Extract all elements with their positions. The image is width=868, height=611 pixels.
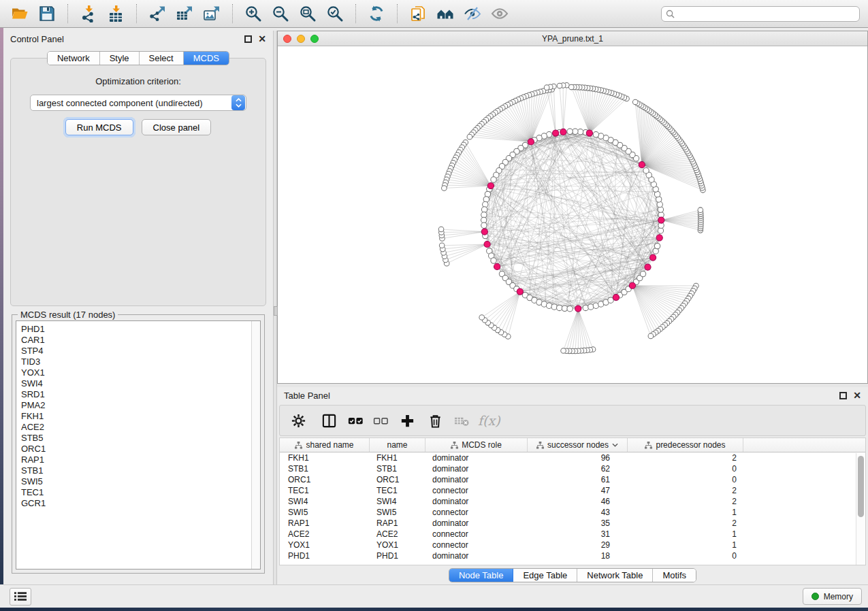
mcds-node[interactable] — [487, 182, 494, 188]
mcds-result-item[interactable]: GCR1 — [21, 498, 251, 509]
column-header-MCDS-role[interactable]: MCDS role — [425, 438, 528, 452]
mcds-node[interactable] — [629, 282, 635, 288]
new-network-from-selection-button[interactable] — [406, 3, 430, 24]
mcds-result-item[interactable]: STP4 — [21, 346, 251, 357]
memory-button[interactable]: Memory — [803, 588, 862, 605]
export-network-button[interactable] — [146, 3, 169, 24]
table-row[interactable]: ACE2ACE2connector311 — [280, 529, 865, 540]
network-node[interactable] — [567, 306, 573, 312]
mcds-node[interactable] — [575, 306, 581, 312]
mcds-node[interactable] — [494, 263, 500, 269]
show-all-button[interactable] — [488, 3, 511, 24]
float-table-panel-button[interactable] — [839, 392, 847, 399]
tab-edge-table[interactable]: Edge Table — [513, 569, 577, 582]
column-header-successor-nodes[interactable]: successor nodes — [528, 438, 628, 452]
table-row[interactable]: ORC1ORC1dominator610 — [280, 474, 865, 485]
mcds-result-item[interactable]: RAP1 — [21, 455, 251, 465]
close-panel-button[interactable]: ✕ — [258, 35, 266, 43]
network-node[interactable] — [491, 258, 496, 263]
network-node[interactable] — [483, 197, 489, 202]
refresh-layout-button[interactable] — [365, 3, 388, 24]
mcds-node[interactable] — [560, 129, 566, 135]
optimization-criterion-select[interactable]: largest connected component (undirected) — [30, 95, 246, 111]
table-row[interactable]: SWI4SWI4dominator462 — [280, 496, 865, 507]
network-node[interactable] — [648, 333, 654, 339]
vertical-splitter[interactable] — [273, 31, 277, 584]
tab-select[interactable]: Select — [140, 52, 184, 65]
zoom-selected-button[interactable] — [323, 3, 347, 24]
tab-network[interactable]: Network — [48, 52, 100, 65]
mcds-node[interactable] — [517, 288, 523, 295]
mcds-node[interactable] — [649, 254, 656, 261]
first-neighbors-button[interactable] — [434, 3, 457, 24]
close-panel-action-button[interactable]: Close panel — [142, 119, 212, 135]
network-node[interactable] — [491, 177, 496, 182]
zoom-fit-button[interactable] — [296, 3, 319, 24]
table-row[interactable]: STB1STB1dominator620 — [280, 463, 865, 474]
column-header-shared-name[interactable]: shared name — [280, 438, 370, 452]
search-box[interactable] — [661, 6, 860, 22]
mcds-node[interactable] — [484, 241, 490, 247]
search-input[interactable] — [675, 9, 855, 18]
tab-motifs[interactable]: Motifs — [653, 569, 696, 582]
mcds-result-item[interactable]: TID3 — [21, 357, 251, 367]
float-panel-button[interactable] — [244, 35, 252, 43]
hide-selected-button[interactable] — [461, 3, 484, 24]
mcds-result-item[interactable]: YOX1 — [21, 367, 251, 378]
network-canvas[interactable] — [278, 46, 867, 383]
mcds-node[interactable] — [613, 294, 619, 300]
network-node[interactable] — [467, 134, 472, 139]
tab-style[interactable]: Style — [100, 52, 140, 65]
network-node[interactable] — [557, 305, 562, 310]
table-row[interactable]: RAP1RAP1dominator352 — [280, 518, 865, 529]
tab-mcds[interactable]: MCDS — [184, 52, 229, 65]
network-node[interactable] — [643, 168, 649, 174]
table-row[interactable]: PHD1PHD1dominator180 — [280, 550, 865, 561]
network-node[interactable] — [481, 222, 487, 228]
zoom-out-button[interactable] — [269, 3, 292, 24]
mcds-node[interactable] — [586, 130, 592, 136]
function-builder-button[interactable]: f(x) — [478, 410, 500, 431]
network-node[interactable] — [438, 227, 444, 232]
network-node[interactable] — [481, 207, 487, 212]
task-history-button[interactable] — [10, 588, 31, 606]
mcds-node[interactable] — [645, 264, 651, 270]
network-node[interactable] — [657, 201, 662, 207]
import-table-button[interactable] — [104, 3, 127, 24]
zoom-in-button[interactable] — [242, 3, 265, 24]
network-node[interactable] — [561, 348, 566, 354]
network-node[interactable] — [593, 132, 598, 137]
mcds-node[interactable] — [639, 162, 645, 168]
network-node[interactable] — [479, 315, 485, 320]
mcds-node[interactable] — [528, 139, 534, 145]
mcds-result-item[interactable]: PHD1 — [21, 324, 251, 335]
close-table-panel-button[interactable]: ✕ — [853, 392, 861, 399]
mcds-node[interactable] — [656, 235, 662, 241]
open-session-button[interactable] — [8, 3, 31, 24]
export-image-button[interactable] — [200, 3, 223, 24]
network-node[interactable] — [557, 83, 562, 88]
table-row[interactable]: TEC1TEC1connector472 — [280, 485, 865, 496]
deselect-all-button[interactable] — [373, 410, 389, 431]
network-node[interactable] — [588, 304, 594, 310]
mcds-list-scrollbar[interactable] — [251, 321, 260, 569]
network-node[interactable] — [442, 186, 447, 191]
mcds-node[interactable] — [481, 229, 487, 235]
network-node[interactable] — [568, 84, 574, 90]
network-node[interactable] — [439, 243, 445, 248]
save-session-button[interactable] — [35, 3, 59, 24]
mcds-result-item[interactable]: ACE2 — [21, 422, 251, 433]
mcds-result-item[interactable]: SWI4 — [21, 378, 251, 389]
network-node[interactable] — [632, 99, 638, 105]
tab-network-table[interactable]: Network Table — [577, 569, 653, 582]
mcds-result-item[interactable]: TEC1 — [21, 487, 251, 498]
mcds-node[interactable] — [553, 130, 559, 136]
delete-column-button[interactable] — [428, 410, 443, 431]
table-row[interactable]: FKH1FKH1dominator962 — [280, 452, 865, 463]
network-node[interactable] — [573, 129, 578, 134]
network-node[interactable] — [658, 228, 663, 233]
select-all-button[interactable] — [348, 410, 364, 431]
network-node[interactable] — [551, 304, 557, 310]
mcds-result-item[interactable]: SRD1 — [21, 389, 251, 400]
show-column-panel-button[interactable] — [321, 410, 337, 431]
